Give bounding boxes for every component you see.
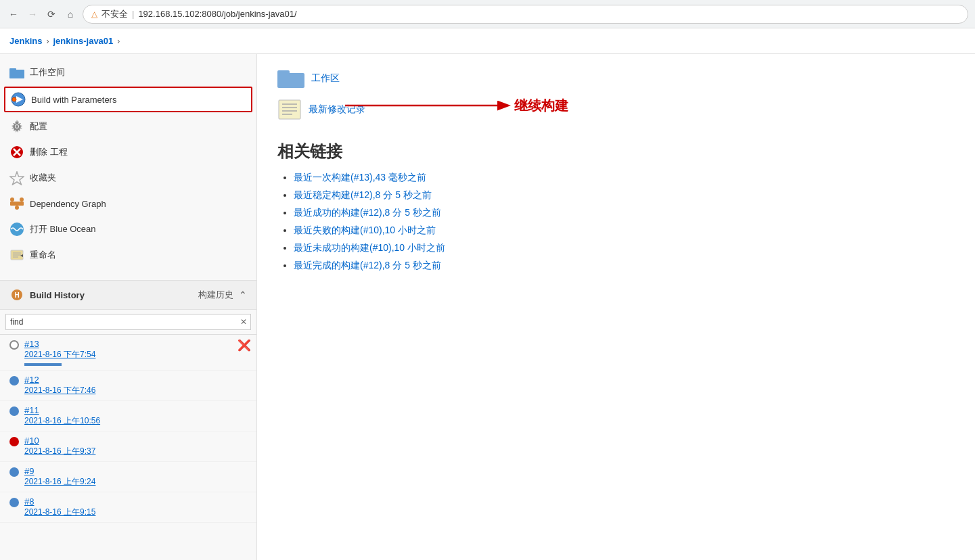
sidebar-menu: 工作空间 Build with Parameters — [0, 54, 256, 273]
related-link-1[interactable]: 最近一次构建(#13),43 毫秒之前 — [294, 172, 426, 183]
related-link-4[interactable]: 最近失败的构建(#10),10 小时之前 — [294, 225, 436, 235]
build-info: #11 2021-8-16 上午10:56 — [24, 405, 247, 427]
sidebar-item-rename-label: 重命名 — [30, 249, 56, 261]
breadcrumb-sep-2: › — [117, 37, 120, 46]
table-row: #12 2021-8-16 下午7:46 — [0, 371, 256, 401]
workspace-link[interactable]: 工作区 — [277, 68, 955, 89]
home-button[interactable]: ⌂ — [64, 7, 77, 21]
build-search-input[interactable] — [5, 314, 251, 330]
sidebar-item-blue-ocean[interactable]: 打开 Blue Ocean — [0, 216, 256, 242]
svg-text:H: H — [14, 291, 19, 299]
forward-button[interactable]: → — [26, 7, 39, 21]
build-history-header-left: H Build History — [9, 287, 85, 302]
sidebar-item-configure-label: 配置 — [30, 120, 47, 133]
svg-point-13 — [10, 197, 14, 202]
build-history-right: 构建历史 ⌃ — [198, 289, 247, 301]
arrow-svg — [345, 92, 521, 119]
search-clear-button[interactable]: ✕ — [240, 317, 247, 327]
build-history-section: H Build History 构建历史 ⌃ ✕ #13 — [0, 280, 256, 523]
svg-marker-11 — [10, 172, 24, 185]
security-warning-icon: △ — [91, 9, 97, 19]
security-label: 不安全 — [101, 8, 128, 20]
list-item: 最近一次构建(#13),43 毫秒之前 — [294, 172, 955, 184]
build-info: #12 2021-8-16 下午7:46 — [24, 375, 247, 396]
build-history-icon: H — [9, 287, 24, 302]
notepad-icon — [277, 99, 302, 120]
jenkins-logo-link[interactable]: Jenkins — [9, 36, 42, 46]
svg-point-4 — [12, 97, 16, 101]
sidebar-item-dependency-graph[interactable]: Dependency Graph — [0, 191, 256, 216]
gear-icon — [9, 119, 24, 134]
job-breadcrumb-link[interactable]: jenkins-java01 — [53, 36, 113, 46]
list-item: 最近完成的构建(#12),8 分 5 秒之前 — [294, 260, 955, 272]
svg-rect-26 — [279, 100, 300, 119]
build-status-red-icon — [9, 437, 19, 446]
list-item: 最近稳定构建(#12),8 分 5 秒之前 — [294, 189, 955, 202]
folder-icon — [9, 65, 24, 80]
table-row: #10 2021-8-16 上午9:37 — [0, 431, 256, 462]
build-date-link[interactable]: 2021-8-16 上午9:15 — [24, 507, 247, 518]
chevron-up-icon[interactable]: ⌃ — [239, 289, 247, 300]
build-num-link[interactable]: #12 — [24, 375, 39, 385]
svg-point-14 — [20, 197, 24, 202]
build-info: #8 2021-8-16 上午9:15 — [24, 496, 247, 518]
related-link-6[interactable]: 最近完成的构建(#12),8 分 5 秒之前 — [294, 260, 441, 271]
build-history-title: Build History — [30, 290, 85, 300]
delete-icon — [9, 145, 24, 160]
workspace-label: 工作区 — [311, 72, 340, 85]
sidebar-item-workspace-label: 工作空间 — [30, 66, 65, 78]
sidebar-item-favorites[interactable]: 收藏夹 — [0, 165, 256, 191]
list-item: 最近成功的构建(#12),8 分 5 秒之前 — [294, 207, 955, 219]
continue-build-label: 继续构建 — [514, 97, 568, 115]
build-num-link[interactable]: #10 — [24, 436, 39, 446]
svg-point-16 — [10, 223, 24, 236]
main-content: 工作区 最新修改记录 — [257, 54, 975, 560]
reload-button[interactable]: ⟳ — [45, 7, 58, 21]
breadcrumb-sep-1: › — [46, 37, 49, 46]
sidebar-item-delete-label: 删除 工程 — [30, 146, 68, 158]
related-link-2[interactable]: 最近稳定构建(#12),8 分 5 秒之前 — [294, 189, 432, 200]
build-date-link[interactable]: 2021-8-16 上午10:56 — [24, 415, 247, 427]
build-date-link[interactable]: 2021-8-16 上午9:37 — [24, 446, 247, 457]
build-num-link[interactable]: #8 — [24, 496, 34, 507]
changelog-area: 最新修改记录 继续构建 — [277, 99, 955, 120]
sidebar-item-favorites-label: 收藏夹 — [30, 172, 56, 184]
star-icon — [9, 170, 24, 185]
sidebar-item-build-label: Build with Parameters — [31, 95, 116, 105]
list-item: 最近失败的构建(#10),10 小时之前 — [294, 225, 955, 237]
sidebar: 工作空间 Build with Parameters — [0, 54, 257, 560]
related-links-title: 相关链接 — [277, 141, 955, 162]
svg-rect-1 — [9, 68, 16, 72]
build-info: #13 2021-8-16 下午7:54 — [24, 339, 247, 366]
rename-icon — [9, 248, 24, 262]
graph-icon — [9, 196, 24, 211]
build-info: #10 2021-8-16 上午9:37 — [24, 436, 247, 457]
build-date-link[interactable]: 2021-8-16 下午7:46 — [24, 385, 247, 396]
sidebar-item-workspace[interactable]: 工作空间 — [0, 60, 256, 85]
sidebar-item-build-with-params[interactable]: Build with Parameters — [4, 87, 252, 112]
back-button[interactable]: ← — [7, 7, 20, 21]
svg-point-7 — [16, 125, 18, 128]
sidebar-item-delete[interactable]: 删除 工程 — [0, 139, 256, 165]
sidebar-item-configure[interactable]: 配置 — [0, 114, 256, 139]
arrow-annotation: 继续构建 — [345, 92, 568, 119]
related-links-list: 最近一次构建(#13),43 毫秒之前 最近稳定构建(#12),8 分 5 秒之… — [277, 172, 955, 272]
build-num-link[interactable]: #11 — [24, 405, 39, 415]
build-history-header: H Build History 构建历史 ⌃ — [0, 281, 256, 310]
list-item: 最近未成功的构建(#10),10 小时之前 — [294, 242, 955, 254]
workspace-folder-icon — [277, 68, 304, 89]
related-link-3[interactable]: 最近成功的构建(#12),8 分 5 秒之前 — [294, 207, 441, 218]
build-progress-bar — [24, 363, 62, 366]
build-num-link[interactable]: #9 — [24, 466, 34, 476]
address-bar[interactable]: △ 不安全 | 192.168.15.102:8080/job/jenkins-… — [83, 5, 968, 24]
related-link-5[interactable]: 最近未成功的构建(#10),10 小时之前 — [294, 242, 445, 253]
build-status-blue-icon — [9, 406, 19, 416]
build-delete-button[interactable]: ❌ — [237, 339, 251, 352]
build-date-link[interactable]: 2021-8-16 上午9:24 — [24, 476, 247, 488]
svg-point-15 — [15, 206, 19, 210]
play-icon — [11, 92, 26, 107]
build-num-link[interactable]: #13 — [24, 339, 39, 349]
sidebar-item-rename[interactable]: 重命名 — [0, 242, 256, 268]
build-date-link[interactable]: 2021-8-16 下午7:54 — [24, 349, 247, 360]
build-status-blue-icon — [9, 467, 19, 477]
